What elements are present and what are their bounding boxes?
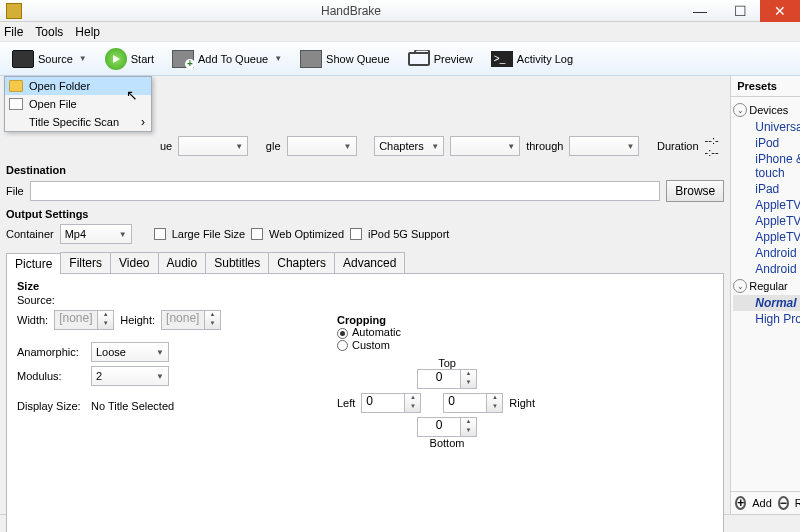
container-select[interactable]: Mp4▼ [60, 224, 132, 244]
title-select[interactable]: ▼ [178, 136, 248, 156]
chevron-down-icon: ⌄ [733, 279, 747, 293]
tab-picture[interactable]: Picture [6, 253, 61, 274]
app-icon [6, 3, 22, 19]
through-label: through [526, 140, 563, 152]
crop-right-label: Right [509, 397, 535, 409]
presets-panel: Presets ⌄Devices Universal iPod iPhone &… [730, 76, 800, 514]
crop-left-label: Left [337, 397, 355, 409]
minimize-button[interactable]: — [680, 0, 720, 22]
preset-add-button[interactable]: Add [752, 497, 772, 509]
file-icon [9, 98, 23, 110]
start-button[interactable]: Start [99, 46, 160, 72]
preset-ipod[interactable]: iPod [733, 135, 800, 151]
title-row: ue ▼ gle ▼ Chapters▼ ▼ through ▼ Duratio… [0, 132, 730, 160]
source-dropdown-menu: Open Folder Open File Title Specific Sca… [4, 76, 152, 132]
preset-normal[interactable]: Normal [733, 295, 800, 311]
plus-icon: + [735, 496, 746, 510]
tv-icon [408, 52, 430, 66]
preset-android[interactable]: Android [733, 245, 800, 261]
crop-top-spinner[interactable]: 0▲▼ [417, 369, 477, 389]
preset-group-devices[interactable]: ⌄Devices [733, 101, 800, 119]
width-label: Width: [17, 314, 48, 326]
preset-remove-button[interactable]: Remove [795, 497, 800, 509]
source-button[interactable]: Source▼ [6, 46, 93, 72]
duration-label: Duration [657, 140, 699, 152]
destination-section: Destination [0, 160, 730, 178]
tab-subtitles[interactable]: Subtitles [205, 252, 269, 273]
menu-file[interactable]: File [4, 25, 23, 39]
angle-select[interactable]: ▼ [287, 136, 357, 156]
toolbar: Source▼ Start Add To Queue▼ Show Queue P… [0, 42, 800, 76]
cursor-icon: ↖ [126, 87, 138, 103]
title-label-stub: ue [160, 140, 172, 152]
width-spinner[interactable]: [none]▲▼ [54, 310, 114, 330]
file-label: File [6, 185, 24, 197]
crop-right-spinner[interactable]: 0▲▼ [443, 393, 503, 413]
modulus-select[interactable]: 2▼ [91, 366, 169, 386]
preset-group-regular[interactable]: ⌄Regular [733, 277, 800, 295]
height-spinner[interactable]: [none]▲▼ [161, 310, 221, 330]
anamorphic-label: Anamorphic: [17, 346, 85, 358]
menu-help[interactable]: Help [75, 25, 100, 39]
modulus-label: Modulus: [17, 370, 85, 382]
presets-header: Presets [731, 76, 800, 97]
crop-left-spinner[interactable]: 0▲▼ [361, 393, 421, 413]
menu-tools[interactable]: Tools [35, 25, 63, 39]
source-label: Source: [17, 294, 55, 306]
show-queue-button[interactable]: Show Queue [294, 48, 396, 70]
play-icon [105, 48, 127, 70]
preview-button[interactable]: Preview [402, 50, 479, 68]
browse-button[interactable]: Browse [666, 180, 724, 202]
preset-universal[interactable]: Universal [733, 119, 800, 135]
web-optimized-checkbox[interactable] [251, 228, 263, 240]
large-file-label: Large File Size [172, 228, 245, 240]
ipod-5g-label: iPod 5G Support [368, 228, 449, 240]
queue-icon [300, 50, 322, 68]
cropping-heading: Cropping [337, 314, 535, 326]
destination-file-input[interactable] [30, 181, 660, 201]
preset-android-tablet[interactable]: Android Tablet [733, 261, 800, 277]
container-label: Container [6, 228, 54, 240]
queue-add-icon [172, 50, 194, 68]
range-mode-select[interactable]: Chapters▼ [374, 136, 444, 156]
crop-automatic-label: Automatic [352, 326, 401, 338]
preset-appletv3[interactable]: AppleTV 3 [733, 229, 800, 245]
chapter-start-select[interactable]: ▼ [450, 136, 520, 156]
title-bar: HandBrake — ☐ ✕ [0, 0, 800, 22]
crop-top-label: Top [438, 357, 456, 369]
minus-icon: − [778, 496, 789, 510]
anamorphic-select[interactable]: Loose▼ [91, 342, 169, 362]
tab-filters[interactable]: Filters [60, 252, 111, 273]
ipod-5g-checkbox[interactable] [350, 228, 362, 240]
preset-appletv2[interactable]: AppleTV 2 [733, 213, 800, 229]
tab-chapters[interactable]: Chapters [268, 252, 335, 273]
tab-video[interactable]: Video [110, 252, 158, 273]
crop-bottom-spinner[interactable]: 0▲▼ [417, 417, 477, 437]
close-button[interactable]: ✕ [760, 0, 800, 22]
maximize-button[interactable]: ☐ [720, 0, 760, 22]
height-label: Height: [120, 314, 155, 326]
menu-title-specific-scan[interactable]: Title Specific Scan [5, 113, 151, 131]
window-title: HandBrake [22, 4, 680, 18]
preset-appletv[interactable]: AppleTV [733, 197, 800, 213]
menu-bar: File Tools Help [0, 22, 800, 42]
preset-iphone-ipod-touch[interactable]: iPhone & iPod touch [733, 151, 800, 181]
chevron-down-icon: ⌄ [733, 103, 747, 117]
duration-value: --:--:-- [705, 134, 725, 158]
size-heading: Size [17, 280, 713, 292]
chapter-end-select[interactable]: ▼ [569, 136, 639, 156]
tab-audio[interactable]: Audio [158, 252, 207, 273]
large-file-checkbox[interactable] [154, 228, 166, 240]
crop-custom-radio[interactable] [337, 340, 348, 351]
crop-automatic-radio[interactable] [337, 328, 348, 339]
tab-advanced[interactable]: Advanced [334, 252, 405, 273]
preset-high-profile[interactable]: High Profile [733, 311, 800, 327]
terminal-icon: >_ [491, 51, 513, 67]
settings-tabs: Picture Filters Video Audio Subtitles Ch… [6, 252, 724, 274]
preset-ipad[interactable]: iPad [733, 181, 800, 197]
display-size-label: Display Size: [17, 400, 85, 412]
folder-icon [9, 80, 23, 92]
add-to-queue-button[interactable]: Add To Queue▼ [166, 48, 288, 70]
output-settings-section: Output Settings [0, 204, 730, 222]
activity-log-button[interactable]: >_ Activity Log [485, 49, 579, 69]
